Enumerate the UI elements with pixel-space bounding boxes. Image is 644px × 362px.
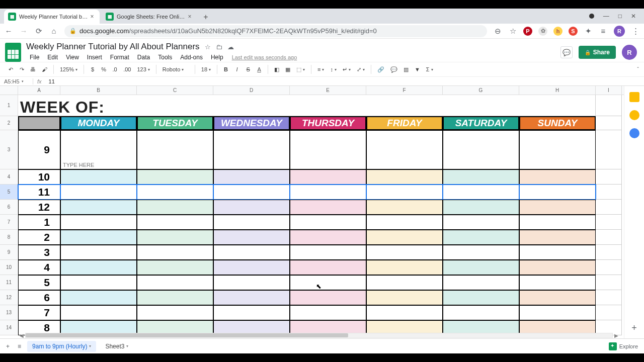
- cell[interactable]: [596, 245, 622, 260]
- cell[interactable]: [137, 290, 213, 305]
- cell[interactable]: [60, 290, 137, 305]
- fill-color-button[interactable]: ◧: [272, 65, 281, 74]
- cell[interactable]: [213, 290, 290, 305]
- row-header[interactable]: 3: [0, 130, 18, 169]
- name-box[interactable]: A5:H5: [0, 78, 33, 84]
- cell[interactable]: [290, 290, 366, 305]
- chrome-menu-icon[interactable]: ⋮: [631, 27, 640, 36]
- cell[interactable]: [596, 169, 622, 185]
- cell[interactable]: [596, 230, 622, 245]
- cell[interactable]: [137, 245, 213, 260]
- wrap-button[interactable]: ↵: [341, 65, 353, 74]
- cell[interactable]: [60, 200, 137, 215]
- row-header[interactable]: 8: [0, 230, 18, 245]
- cell[interactable]: [443, 290, 519, 305]
- cell[interactable]: [213, 130, 290, 169]
- column-header[interactable]: C: [137, 86, 213, 95]
- star-icon[interactable]: ☆: [205, 43, 211, 51]
- functions-button[interactable]: Σ: [424, 65, 435, 73]
- cell[interactable]: [443, 185, 519, 200]
- zoom-select[interactable]: 125%: [58, 65, 79, 73]
- row-header[interactable]: 12: [0, 290, 18, 305]
- cell[interactable]: [137, 260, 213, 275]
- menu-format[interactable]: Format: [107, 53, 133, 62]
- cell[interactable]: [596, 95, 622, 116]
- cell[interactable]: [443, 215, 519, 230]
- reload-button[interactable]: ⟳: [34, 27, 43, 36]
- column-header[interactable]: H: [519, 86, 596, 95]
- browser-tab[interactable]: Google Sheets: Free Online Spre ×: [102, 10, 197, 24]
- cell[interactable]: [290, 185, 366, 200]
- column-header[interactable]: F: [366, 86, 443, 95]
- profile-avatar[interactable]: R: [614, 26, 625, 37]
- row-header[interactable]: 11: [0, 275, 18, 290]
- hour-label[interactable]: 3: [18, 245, 60, 260]
- cell[interactable]: [213, 245, 290, 260]
- browser-tab-active[interactable]: Weekly Planner Tutorial by All A ×: [4, 10, 100, 24]
- cell[interactable]: [443, 305, 519, 320]
- hour-label[interactable]: 11: [18, 185, 60, 200]
- close-icon[interactable]: ×: [89, 13, 96, 20]
- tasks-icon[interactable]: [629, 128, 639, 138]
- cell[interactable]: [137, 215, 213, 230]
- address-bar[interactable]: 🔒 docs.google.com/spreadsheets/d/10aGuN5…: [64, 25, 487, 37]
- cell[interactable]: [213, 169, 290, 185]
- cell[interactable]: [443, 230, 519, 245]
- borders-button[interactable]: ▦: [283, 65, 292, 74]
- cell[interactable]: [366, 290, 443, 305]
- row-header[interactable]: 14: [0, 320, 18, 335]
- cell[interactable]: [213, 260, 290, 275]
- week-of-title[interactable]: WEEK OF:: [18, 95, 596, 116]
- reading-list-icon[interactable]: ≡: [599, 27, 608, 35]
- cell[interactable]: [60, 260, 137, 275]
- maximize-button[interactable]: □: [618, 13, 622, 20]
- cell[interactable]: [366, 200, 443, 215]
- cell[interactable]: [519, 200, 596, 215]
- spreadsheet-grid[interactable]: 1WEEK OF:2MONDAYTUESDAYWEDNESDAYTHURSDAY…: [0, 95, 624, 338]
- text-color-button[interactable]: A: [255, 65, 264, 74]
- day-header-wednesday[interactable]: WEDNESDAY: [213, 116, 290, 130]
- cell[interactable]: [366, 230, 443, 245]
- cell[interactable]: [519, 230, 596, 245]
- all-sheets-button[interactable]: ≡: [16, 341, 23, 352]
- extension-icon[interactable]: ✿: [538, 27, 547, 36]
- rotate-button[interactable]: ⤢: [355, 65, 367, 74]
- document-title[interactable]: Weekly Planner Tutorial by All About Pla…: [26, 42, 200, 52]
- cloud-status-icon[interactable]: ☁: [227, 43, 234, 51]
- menu-file[interactable]: File: [26, 53, 43, 62]
- sheet-tab-active[interactable]: 9am to 9pm (Hourly): [27, 341, 96, 352]
- number-format-select[interactable]: 123: [135, 65, 151, 73]
- redo-button[interactable]: ↷: [17, 65, 26, 74]
- menu-insert[interactable]: Insert: [84, 53, 106, 62]
- decrease-decimal-button[interactable]: .0: [110, 65, 119, 74]
- comments-icon[interactable]: 💬: [560, 46, 573, 58]
- menu-data[interactable]: Data: [134, 53, 153, 62]
- column-header[interactable]: B: [60, 86, 137, 95]
- font-select[interactable]: Roboto: [160, 65, 191, 73]
- hour-label[interactable]: 1: [18, 215, 60, 230]
- bookmark-star-icon[interactable]: ☆: [508, 27, 517, 36]
- cell[interactable]: [366, 260, 443, 275]
- hour-label[interactable]: 6: [18, 290, 60, 305]
- day-header-monday[interactable]: MONDAY: [60, 116, 137, 130]
- row-header[interactable]: 9: [0, 245, 18, 260]
- hour-label[interactable]: 4: [18, 260, 60, 275]
- cell[interactable]: [366, 275, 443, 290]
- cell[interactable]: [519, 215, 596, 230]
- cell[interactable]: [519, 245, 596, 260]
- cell[interactable]: [596, 260, 622, 275]
- link-button[interactable]: 🔗: [375, 65, 386, 74]
- percent-button[interactable]: %: [99, 65, 108, 74]
- cell[interactable]: [60, 275, 137, 290]
- keep-icon[interactable]: [629, 92, 639, 102]
- cell[interactable]: [290, 275, 366, 290]
- merge-button[interactable]: ⬚: [294, 65, 307, 74]
- day-header-saturday[interactable]: SATURDAY: [443, 116, 519, 130]
- day-header-friday[interactable]: FRIDAY: [366, 116, 443, 130]
- hour-label[interactable]: 2: [18, 230, 60, 245]
- row-header[interactable]: 7: [0, 215, 18, 230]
- sheet-tab[interactable]: Sheet3: [100, 341, 133, 352]
- v-align-button[interactable]: ↕: [328, 65, 339, 73]
- hour-label[interactable]: 9: [18, 130, 60, 169]
- cell[interactable]: [443, 245, 519, 260]
